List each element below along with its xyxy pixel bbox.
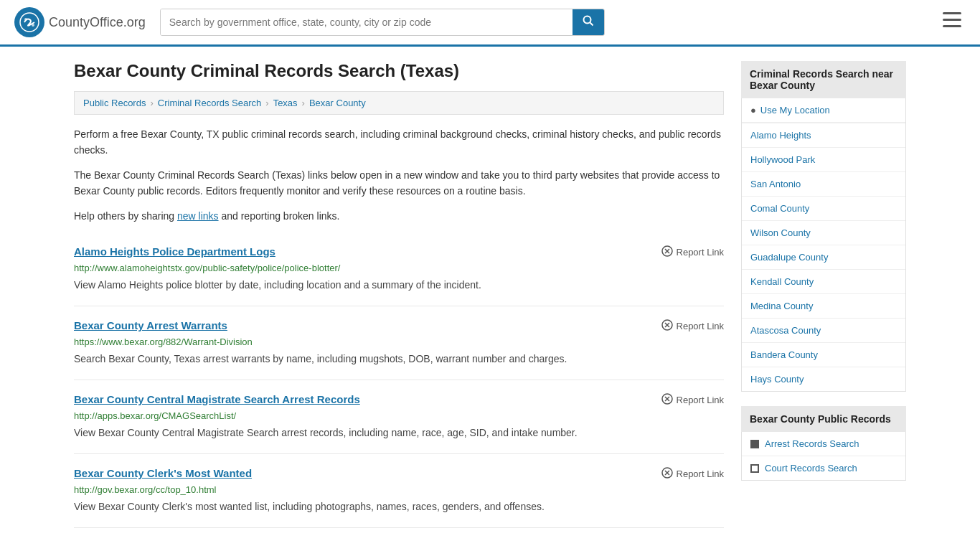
sidebar-nearby-link-4[interactable]: Wilson County: [742, 221, 905, 245]
sidebar: Criminal Records Search near Bexar Count…: [741, 61, 906, 528]
report-link-button-0[interactable]: Report Link: [661, 245, 724, 260]
svg-rect-6: [943, 19, 961, 21]
new-links-link[interactable]: new links: [177, 210, 219, 222]
sidebar-pr-item-0[interactable]: Arrest Records Search: [742, 432, 905, 456]
report-link-label-1: Report Link: [677, 321, 724, 331]
sidebar-nearby-title: Criminal Records Search near Bexar Count…: [741, 61, 906, 98]
result-item: Bexar County Arrest Warrants Report Link…: [74, 306, 724, 380]
sidebar-nearby-item-6[interactable]: Kendall County: [742, 270, 905, 294]
sidebar-nearby-item-3[interactable]: Comal County: [742, 197, 905, 221]
sidebar-nearby-item-7[interactable]: Medina County: [742, 294, 905, 319]
breadcrumb-texas[interactable]: Texas: [273, 98, 298, 108]
result-title-3[interactable]: Bexar County Clerk's Most Wanted: [74, 467, 252, 479]
sidebar-pr-link-1[interactable]: Court Records Search: [742, 456, 905, 480]
sidebar-nearby-link-8[interactable]: Atascosa County: [742, 319, 905, 342]
result-title-2[interactable]: Bexar County Central Magistrate Search A…: [74, 393, 360, 405]
sidebar-pr-item-1[interactable]: Court Records Search: [742, 456, 905, 480]
sidebar-nearby-item-10[interactable]: Hays County: [742, 367, 905, 391]
sidebar-nearby-list: ● Use My Location Alamo HeightsHollywood…: [741, 98, 906, 392]
results-container: Alamo Heights Police Department Logs Rep…: [74, 232, 724, 528]
sidebar-public-records-list: Arrest Records SearchCourt Records Searc…: [741, 432, 906, 481]
page-title: Bexar County Criminal Records Search (Te…: [74, 61, 724, 81]
svg-point-3: [583, 17, 590, 24]
sidebar-nearby-item-0[interactable]: Alamo Heights: [742, 123, 905, 148]
sidebar-nearby-item-9[interactable]: Bandera County: [742, 343, 905, 367]
logo-icon: [14, 7, 44, 37]
result-url-2[interactable]: http://apps.bexar.org/CMAGSearchList/: [74, 410, 724, 421]
result-desc-1: Search Bexar County, Texas arrest warran…: [74, 352, 724, 367]
location-icon: ●: [750, 105, 756, 116]
report-link-label-3: Report Link: [677, 468, 724, 479]
result-url-3[interactable]: http://gov.bexar.org/cc/top_10.html: [74, 484, 724, 495]
sidebar-nearby-link-2[interactable]: San Antonio: [742, 172, 905, 196]
sidebar-nearby-link-10[interactable]: Hays County: [742, 367, 905, 391]
sidebar-public-records-section: Bexar County Public Records Arrest Recor…: [741, 406, 906, 481]
sidebar-nearby-section: Criminal Records Search near Bexar Count…: [741, 61, 906, 392]
menu-icon[interactable]: [938, 8, 966, 37]
sidebar-nearby-item-4[interactable]: Wilson County: [742, 221, 905, 245]
sidebar-public-records-title: Bexar County Public Records: [741, 406, 906, 432]
svg-rect-7: [943, 25, 961, 27]
report-link-button-1[interactable]: Report Link: [661, 319, 724, 334]
sidebar-nearby-item-5[interactable]: Guadalupe County: [742, 245, 905, 270]
use-location-label: Use My Location: [760, 105, 830, 116]
report-icon-3: [661, 467, 673, 481]
sidebar-pr-link-0[interactable]: Arrest Records Search: [742, 432, 905, 456]
breadcrumb-public-records[interactable]: Public Records: [83, 98, 146, 108]
breadcrumb: Public Records › Criminal Records Search…: [74, 91, 724, 115]
search-button[interactable]: [573, 9, 604, 35]
report-icon-2: [661, 393, 673, 408]
logo[interactable]: CountyOffice.org: [14, 7, 146, 37]
sidebar-nearby-link-0[interactable]: Alamo Heights: [742, 123, 905, 147]
sidebar-nearby-link-1[interactable]: Hollywood Park: [742, 148, 905, 171]
result-url-0[interactable]: http://www.alamoheightstx.gov/public-saf…: [74, 263, 724, 273]
pr-icon-0: [750, 440, 759, 448]
description-3: Help others by sharing new links and rep…: [74, 208, 724, 224]
description-2: The Bexar County Criminal Records Search…: [74, 167, 724, 199]
sidebar-nearby-link-5[interactable]: Guadalupe County: [742, 245, 905, 269]
result-desc-3: View Bexar County Clerk's most wanted li…: [74, 499, 724, 514]
report-icon-0: [661, 245, 673, 260]
sidebar-nearby-link-7[interactable]: Medina County: [742, 294, 905, 318]
sidebar-nearby-link-6[interactable]: Kendall County: [742, 270, 905, 293]
svg-point-1: [24, 18, 27, 21]
report-link-button-2[interactable]: Report Link: [661, 393, 724, 408]
result-item: Alamo Heights Police Department Logs Rep…: [74, 232, 724, 306]
search-bar: [160, 9, 605, 36]
result-desc-0: View Alamo Heights police blotter by dat…: [74, 278, 724, 293]
svg-line-4: [590, 23, 593, 26]
sidebar-nearby-item-1[interactable]: Hollywood Park: [742, 148, 905, 172]
svg-point-2: [32, 24, 34, 27]
breadcrumb-criminal-records-search[interactable]: Criminal Records Search: [158, 98, 262, 108]
sidebar-nearby-link-9[interactable]: Bandera County: [742, 343, 905, 367]
result-desc-2: View Bexar County Central Magistrate Sea…: [74, 425, 724, 441]
sidebar-nearby-item-2[interactable]: San Antonio: [742, 172, 905, 197]
description-1: Perform a free Bexar County, TX public c…: [74, 126, 724, 159]
main-content: Bexar County Criminal Records Search (Te…: [74, 61, 724, 528]
report-link-button-3[interactable]: Report Link: [661, 467, 724, 481]
result-url-1[interactable]: https://www.bexar.org/882/Warrant-Divisi…: [74, 336, 724, 347]
logo-text: CountyOffice.org: [49, 15, 146, 30]
sidebar-use-location[interactable]: ● Use My Location: [742, 98, 905, 123]
pr-icon-1: [750, 464, 759, 473]
sidebar-nearby-item-8[interactable]: Atascosa County: [742, 319, 905, 343]
svg-rect-5: [943, 12, 961, 14]
report-link-label-0: Report Link: [677, 247, 724, 258]
result-item: Bexar County Central Magistrate Search A…: [74, 380, 724, 454]
result-title-0[interactable]: Alamo Heights Police Department Logs: [74, 245, 275, 258]
report-icon-1: [661, 319, 673, 334]
sidebar-nearby-link-3[interactable]: Comal County: [742, 197, 905, 220]
breadcrumb-bexar-county[interactable]: Bexar County: [309, 98, 366, 108]
result-title-1[interactable]: Bexar County Arrest Warrants: [74, 319, 227, 331]
report-link-label-2: Report Link: [677, 395, 724, 405]
search-input[interactable]: [161, 9, 573, 35]
result-item: Bexar County Clerk's Most Wanted Report …: [74, 454, 724, 528]
svg-point-0: [20, 13, 39, 32]
